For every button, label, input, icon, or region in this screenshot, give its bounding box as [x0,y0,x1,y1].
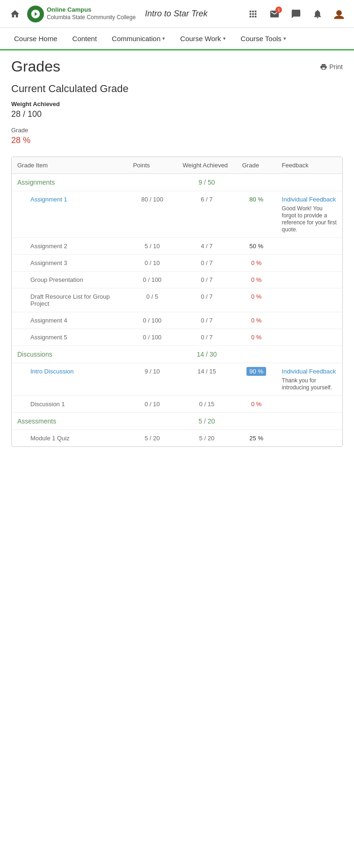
feedback-link[interactable]: Individual Feedback [282,196,337,203]
table-row: Assignment 5 0 / 100 0 / 7 0 % [12,329,342,346]
apps-button[interactable] [246,7,260,22]
item-feedback: Individual FeedbackThank you for introdu… [276,363,342,396]
item-feedback [276,396,342,413]
item-weight: 5 / 20 [177,430,237,447]
category-points [127,346,177,363]
top-navigation: Online Campus Columbia State Community C… [0,0,354,28]
item-points: 9 / 10 [127,363,177,396]
table-header-row: Grade Item Points Weight Achieved Grade … [12,157,342,174]
course-tools-chevron: ▾ [283,36,286,42]
item-grade: 0 % [237,312,276,329]
item-grade: 0 % [237,272,276,288]
logo-circle [27,6,44,22]
page-title: Grades [11,58,60,75]
item-feedback [276,312,342,329]
item-name: Assignment 5 [12,329,127,346]
item-weight: 14 / 15 [177,363,237,396]
weight-value: 28 / 100 [11,109,343,119]
col-header-feedback: Feedback [276,157,342,174]
item-feedback: Individual FeedbackGood Work! You forgot… [276,191,342,238]
course-title: Intro to Star Trek [145,9,208,19]
item-name: Draft Resource List for Group Project [12,288,127,312]
course-work-chevron: ▾ [223,36,226,42]
item-name[interactable]: Intro Discussion [12,363,127,396]
communication-chevron: ▾ [162,36,165,42]
item-weight: 4 / 7 [177,238,237,255]
item-feedback [276,255,342,272]
grade-percent: 28 % [11,136,343,145]
item-points: 0 / 100 [127,329,177,346]
grade-table-wrapper: Grade Item Points Weight Achieved Grade … [11,157,343,447]
col-header-weight: Weight Achieved [177,157,237,174]
item-name: Group Presentation [12,272,127,288]
item-points: 0 / 100 [127,312,177,329]
item-name[interactable]: Assignment 1 [12,191,127,238]
item-points: 5 / 10 [127,238,177,255]
grade-label: Grade [11,127,343,134]
nav-course-home[interactable]: Course Home [7,29,64,48]
grade-summary: Current Calculated Grade Weight Achieved… [11,83,343,145]
item-name: Assignment 2 [12,238,127,255]
nav-right: 1 [246,7,347,22]
item-points: 0 / 5 [127,288,177,312]
print-button[interactable]: Print [320,63,343,71]
category-weight: 9 / 50 [177,174,237,191]
bell-button[interactable] [310,7,325,22]
table-row: Assignment 4 0 / 100 0 / 7 0 % [12,312,342,329]
item-feedback [276,288,342,312]
category-points [127,413,177,430]
feedback-text: Good Work! You forgot to provide a refer… [282,205,337,233]
nav-left: Online Campus Columbia State Community C… [7,6,246,22]
item-points: 5 / 20 [127,430,177,447]
category-points [127,174,177,191]
category-feedback [276,346,342,363]
category-item: Assessments [12,413,127,430]
home-button[interactable] [7,7,22,22]
item-grade: 0 % [237,288,276,312]
feedback-text: Thank you for introducing yourself. [282,377,332,391]
item-weight: 0 / 7 [177,312,237,329]
table-row: Module 1 Quiz 5 / 20 5 / 20 25 % [12,430,342,447]
item-weight: 0 / 7 [177,272,237,288]
nav-content[interactable]: Content [66,29,104,48]
main-content: Grades Print Current Calculated Grade We… [0,50,354,454]
col-header-item: Grade Item [12,157,127,174]
table-row: Discussions 14 / 30 [12,346,342,363]
item-feedback [276,430,342,447]
secondary-navigation: Course Home Content Communication ▾ Cour… [0,28,354,50]
item-grade: 80 % [237,191,276,238]
mail-button[interactable]: 1 [267,7,282,22]
item-points: 0 / 100 [127,272,177,288]
item-name: Assignment 4 [12,312,127,329]
table-row: Draft Resource List for Group Project 0 … [12,288,342,312]
nav-course-tools[interactable]: Course Tools ▾ [234,29,293,48]
col-header-points: Points [127,157,177,174]
item-feedback [276,272,342,288]
item-grade: 0 % [237,396,276,413]
table-row: Assignment 1 80 / 100 6 / 7 80 % Individ… [12,191,342,238]
item-feedback [276,329,342,346]
table-row: Intro Discussion 9 / 10 14 / 15 90 % Ind… [12,363,342,396]
category-item: Discussions [12,346,127,363]
col-header-grade: Grade [237,157,276,174]
page-header: Grades Print [11,58,343,75]
category-feedback [276,174,342,191]
category-weight: 5 / 20 [177,413,237,430]
table-row: Assignments 9 / 50 [12,174,342,191]
item-weight: 0 / 15 [177,396,237,413]
category-grade [237,174,276,191]
grade-table: Grade Item Points Weight Achieved Grade … [12,157,342,446]
chat-button[interactable] [289,7,303,22]
item-points: 80 / 100 [127,191,177,238]
category-feedback [276,413,342,430]
item-name: Module 1 Quiz [12,430,127,447]
mail-badge: 1 [275,7,282,13]
item-name: Discussion 1 [12,396,127,413]
user-avatar[interactable] [332,7,347,22]
feedback-link[interactable]: Individual Feedback [282,368,337,375]
nav-course-work[interactable]: Course Work ▾ [173,29,232,48]
summary-title: Current Calculated Grade [11,83,343,95]
nav-communication[interactable]: Communication ▾ [105,29,172,48]
svg-point-0 [336,10,342,15]
logo[interactable]: Online Campus Columbia State Community C… [27,6,136,22]
